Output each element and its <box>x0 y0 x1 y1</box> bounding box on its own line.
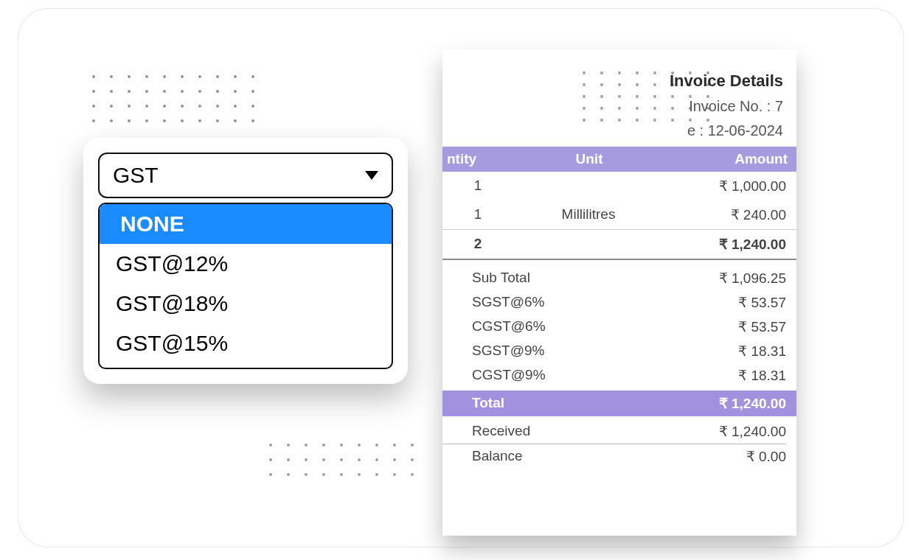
cell-qty: 1 <box>442 206 509 223</box>
summary-value: ₹ 18.31 <box>738 343 786 360</box>
invoice-panel: Invoice Details Invoice No. : 7 e : 12-0… <box>442 49 796 536</box>
decorative-dots <box>92 75 256 122</box>
table-row: 1 Millilitres ₹ 240.00 <box>442 200 796 229</box>
gst-option-18[interactable]: GST@18% <box>100 284 392 323</box>
summary-value: ₹ 1,096.25 <box>719 270 786 287</box>
invoice-date: e : 12-06-2024 <box>442 122 783 139</box>
summary-row: CGST@9% ₹ 18.31 <box>442 363 786 388</box>
summary-label: Sub Total <box>472 270 530 287</box>
balance-label: Balance <box>472 448 523 465</box>
cell-qty-total: 2 <box>442 236 509 253</box>
invoice-header: Invoice Details Invoice No. : 7 e : 12-0… <box>442 49 796 147</box>
table-total-row: 2 ₹ 1,240.00 <box>442 229 796 260</box>
summary-label: CGST@9% <box>472 367 546 384</box>
grand-total-label: Total <box>472 395 504 412</box>
summary-label: SGST@6% <box>472 294 544 311</box>
table-row: 1 ₹ 1,000.00 <box>442 172 796 200</box>
col-amount: Amount <box>670 151 788 167</box>
cell-amount-total: ₹ 1,240.00 <box>668 236 786 253</box>
gst-option-12[interactable]: GST@12% <box>100 244 392 284</box>
summary-label: CGST@6% <box>472 318 546 335</box>
invoice-summary: Sub Total ₹ 1,096.25 SGST@6% ₹ 53.57 CGS… <box>442 260 796 469</box>
invoice-table-header: ntity Unit Amount <box>442 147 796 172</box>
col-unit: Unit <box>509 151 670 167</box>
summary-row: CGST@6% ₹ 53.57 <box>442 315 786 339</box>
summary-value: ₹ 53.57 <box>738 294 786 311</box>
summary-row: SGST@6% ₹ 53.57 <box>442 290 786 315</box>
gst-option-15[interactable]: GST@15% <box>100 323 392 363</box>
grand-total-value: ₹ 1,240.00 <box>719 395 786 412</box>
gst-select-label: GST <box>113 163 159 188</box>
invoice-title: Invoice Details <box>442 71 783 91</box>
cell-unit: Millilitres <box>509 206 668 223</box>
app-canvas: GST NONE GST@12% GST@18% GST@15% Invoice… <box>18 9 903 547</box>
summary-row: Sub Total ₹ 1,096.25 <box>442 266 786 290</box>
gst-select[interactable]: GST <box>98 153 393 198</box>
summary-label: SGST@9% <box>472 343 544 360</box>
balance-value: ₹ 0.00 <box>746 448 786 465</box>
received-value: ₹ 1,240.00 <box>719 423 786 440</box>
chevron-down-icon <box>365 171 378 180</box>
decorative-dots <box>269 444 415 476</box>
cell-amount: ₹ 240.00 <box>668 206 786 223</box>
summary-value: ₹ 53.57 <box>738 318 786 335</box>
cell-qty: 1 <box>442 178 509 195</box>
gst-dropdown-card: GST NONE GST@12% GST@18% GST@15% <box>83 138 408 384</box>
received-label: Received <box>472 423 530 440</box>
cell-amount: ₹ 1,000.00 <box>668 178 786 195</box>
grand-total-row: Total ₹ 1,240.00 <box>442 391 796 416</box>
received-row: Received ₹ 1,240.00 <box>442 419 786 444</box>
gst-option-none[interactable]: NONE <box>100 204 392 244</box>
summary-value: ₹ 18.31 <box>738 367 786 384</box>
cell-unit <box>509 178 668 195</box>
col-quantity: ntity <box>442 151 509 167</box>
gst-options-list: NONE GST@12% GST@18% GST@15% <box>98 203 393 369</box>
summary-row: SGST@9% ₹ 18.31 <box>442 339 786 363</box>
balance-row: Balance ₹ 0.00 <box>442 444 786 469</box>
invoice-number: Invoice No. : 7 <box>442 98 783 115</box>
cell-unit-total <box>509 236 668 253</box>
